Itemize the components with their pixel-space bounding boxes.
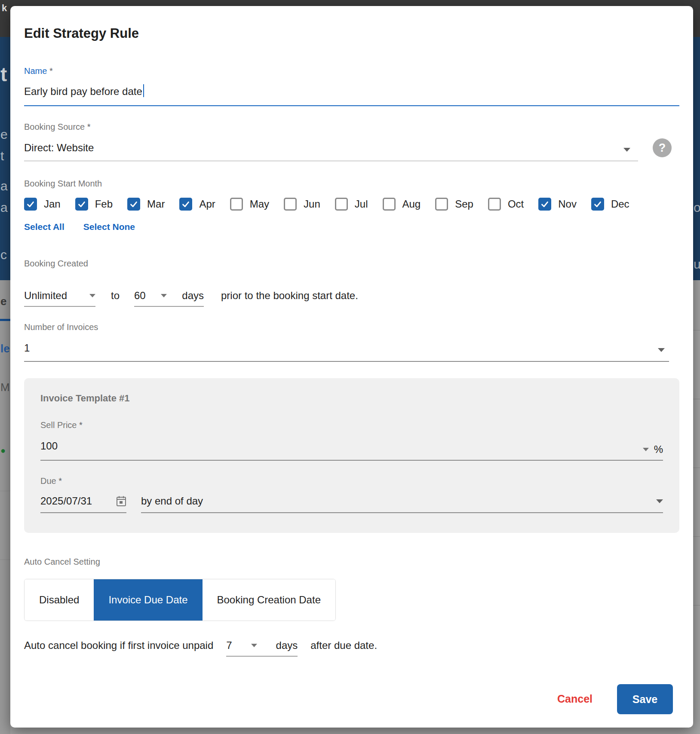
- background-text-fragment: e: [0, 128, 8, 141]
- booking-created-label: Booking Created: [24, 259, 88, 269]
- month-checkbox[interactable]: Jan: [24, 198, 61, 211]
- chevron-down-icon: [251, 644, 257, 647]
- chevron-down-icon: [656, 499, 663, 503]
- month-select-links: Select All Select None: [24, 222, 135, 232]
- edit-strategy-rule-dialog: Edit Strategy Rule Name * Early bird pay…: [10, 6, 693, 728]
- month-checkbox[interactable]: Nov: [538, 198, 577, 211]
- month-label: Nov: [558, 198, 577, 210]
- checkbox-icon[interactable]: [284, 198, 297, 211]
- help-icon[interactable]: ?: [653, 138, 672, 157]
- auto-cancel-days-select[interactable]: 7 days: [226, 639, 298, 657]
- auto-cancel-setting-label: Auto Cancel Setting: [24, 557, 100, 567]
- name-label: Name *: [24, 66, 53, 76]
- month-label: Feb: [95, 198, 113, 210]
- select-all-link[interactable]: Select All: [24, 222, 64, 232]
- due-time-select[interactable]: by end of day: [141, 495, 663, 513]
- month-label: Apr: [199, 198, 215, 210]
- background-text-fragment: ●: [0, 446, 6, 455]
- name-input-underline: [24, 105, 679, 106]
- background-left-edge: tetaaceleM●: [0, 0, 10, 734]
- month-checkbox[interactable]: Jun: [284, 198, 320, 211]
- background-text-fragment: c: [0, 248, 7, 261]
- checkbox-icon[interactable]: [335, 198, 348, 211]
- due-date-picker[interactable]: 2025/07/31: [40, 495, 126, 513]
- background-text-fragment: le: [0, 343, 10, 354]
- booking-source-select[interactable]: Direct: Website: [24, 142, 94, 154]
- sell-price-label: Sell Price *: [40, 420, 83, 430]
- booking-created-days-select[interactable]: 60 days: [134, 290, 204, 307]
- chevron-down-icon: [643, 448, 649, 451]
- dialog-title: Edit Strategy Rule: [24, 26, 139, 41]
- background-text-fragment: o: [694, 201, 700, 214]
- booking-start-month-label: Booking Start Month: [24, 179, 102, 189]
- month-checkbox[interactable]: Apr: [179, 198, 215, 211]
- month-checkbox[interactable]: May: [230, 198, 269, 211]
- checkbox-icon[interactable]: [488, 198, 501, 211]
- month-label: Mar: [147, 198, 165, 210]
- invoice-template-title: Invoice Template #1: [40, 393, 129, 404]
- calendar-icon: [116, 495, 126, 507]
- checkbox-icon[interactable]: [24, 198, 37, 211]
- divider: [693, 605, 700, 606]
- auto-cancel-option-button[interactable]: Booking Creation Date: [203, 579, 335, 621]
- auto-cancel-suffix-text: after due date.: [310, 639, 377, 651]
- background-right-edge: ou: [693, 0, 700, 734]
- chevron-down-icon[interactable]: [658, 348, 665, 352]
- month-label: Jan: [44, 198, 61, 210]
- text-cursor: [143, 84, 144, 97]
- background-tab-indicator: [0, 319, 10, 321]
- month-checkbox[interactable]: Jul: [335, 198, 368, 211]
- month-label: Sep: [455, 198, 473, 210]
- month-checkbox[interactable]: Mar: [127, 198, 165, 211]
- divider: [693, 536, 700, 537]
- month-label: Oct: [508, 198, 524, 210]
- divider: [693, 399, 700, 399]
- auto-cancel-option-button[interactable]: Invoice Due Date: [94, 579, 202, 621]
- sell-price-unit-select[interactable]: %: [643, 443, 663, 456]
- month-checkbox[interactable]: Sep: [435, 198, 473, 211]
- checkbox-icon[interactable]: [230, 198, 243, 211]
- background-text-fragment: a: [0, 180, 8, 193]
- divider: [0, 560, 10, 560]
- background-text-fragment: u: [694, 258, 700, 271]
- number-of-invoices-label: Number of Invoices: [24, 322, 98, 332]
- booking-created-row: Unlimited to 60 days prior to the bookin…: [24, 290, 358, 307]
- divider: [693, 468, 700, 468]
- chevron-down-icon: [161, 294, 167, 297]
- checkbox-icon[interactable]: [75, 198, 88, 211]
- auto-cancel-sentence: Auto cancel booking if first invoice unp…: [24, 639, 377, 657]
- due-label: Due *: [40, 476, 62, 486]
- divider: [0, 491, 10, 491]
- month-label: Jul: [355, 198, 368, 210]
- checkbox-icon[interactable]: [591, 198, 604, 211]
- number-of-invoices-select[interactable]: 1: [24, 342, 30, 354]
- month-label: Jun: [304, 198, 320, 210]
- background-text-fragment: t: [0, 150, 4, 162]
- month-checkbox[interactable]: Dec: [591, 198, 629, 211]
- checkbox-icon[interactable]: [383, 198, 396, 211]
- background-text-fragment: e: [0, 296, 6, 307]
- cancel-button[interactable]: Cancel: [557, 693, 593, 705]
- select-none-link[interactable]: Select None: [83, 222, 135, 232]
- month-label: Dec: [611, 198, 629, 210]
- checkbox-icon[interactable]: [127, 198, 140, 211]
- sell-price-input[interactable]: 100: [40, 440, 58, 452]
- to-text: to: [111, 290, 120, 302]
- checkbox-icon[interactable]: [435, 198, 448, 211]
- month-checkbox[interactable]: Feb: [75, 198, 113, 211]
- auto-cancel-option-button[interactable]: Disabled: [25, 579, 94, 621]
- chevron-down-icon[interactable]: [623, 148, 630, 152]
- checkbox-icon[interactable]: [538, 198, 551, 211]
- month-checkbox[interactable]: Oct: [488, 198, 524, 211]
- percent-unit: %: [654, 443, 663, 456]
- number-of-invoices-underline: [24, 361, 669, 362]
- name-input[interactable]: Early bird pay before date: [24, 84, 144, 98]
- month-checkbox[interactable]: Aug: [383, 198, 421, 211]
- sell-price-underline: [40, 460, 663, 461]
- background-text-fragment: a: [0, 201, 8, 214]
- booking-created-from-select[interactable]: Unlimited: [24, 290, 95, 307]
- save-button[interactable]: Save: [617, 684, 673, 714]
- month-label: May: [250, 198, 269, 210]
- checkbox-icon[interactable]: [179, 198, 192, 211]
- background-text-fragment: M: [0, 382, 10, 393]
